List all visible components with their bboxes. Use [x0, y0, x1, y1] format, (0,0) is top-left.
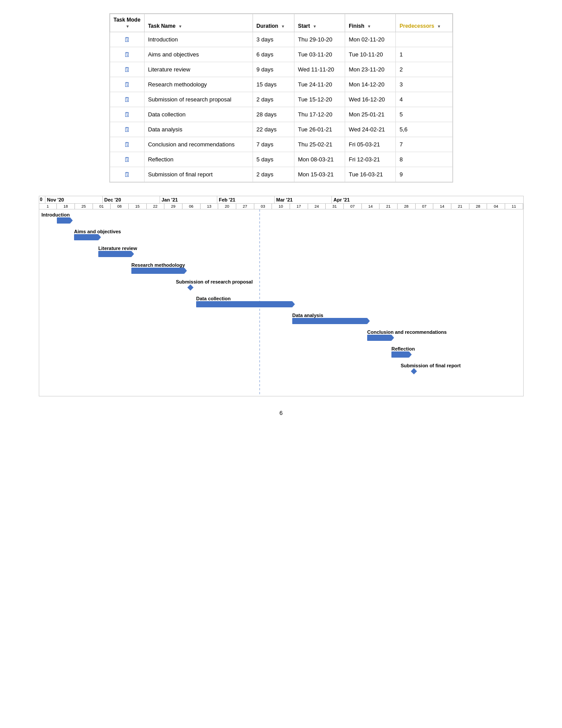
svg-rect-1: [57, 217, 70, 224]
gantt-day-cell: 17: [290, 204, 308, 209]
task-mode-icon: 🗓: [124, 171, 130, 178]
task-mode-cell: 🗓: [110, 167, 144, 182]
svg-marker-5: [98, 234, 101, 240]
start-cell: Tue 24-11-20: [294, 77, 345, 92]
finish-cell: Tue 16-03-21: [345, 167, 396, 182]
task-name-cell: Data analysis: [144, 122, 253, 137]
task-mode-icon: 🗓: [124, 156, 130, 163]
predecessor-cell: 4: [396, 92, 452, 107]
gantt-day-cell: 18: [57, 204, 75, 209]
col-duration: Duration ▼: [253, 14, 294, 32]
gantt-month-dec: Dec '20: [103, 196, 160, 203]
start-cell: Tue 15-12-20: [294, 92, 345, 107]
table-row: 🗓Submission of final report2 daysMon 15-…: [110, 167, 452, 182]
table-row: 🗓Submission of research proposal2 daysTu…: [110, 92, 452, 107]
task-mode-cell: 🗓: [110, 107, 144, 122]
task-mode-cell: 🗓: [110, 152, 144, 167]
task-name-cell: Literature review: [144, 62, 253, 77]
task-mode-cell: 🗓: [110, 137, 144, 152]
task-mode-icon: 🗓: [124, 36, 130, 43]
svg-text:Introduction: Introduction: [41, 212, 70, 217]
task-mode-cell: 🗓: [110, 47, 144, 62]
gantt-day-cell: 01: [93, 204, 111, 209]
task-mode-icon: 🗓: [124, 126, 130, 133]
predecessor-cell: 8: [396, 152, 452, 167]
start-cell: Mon 15-03-21: [294, 167, 345, 182]
gantt-day-cell: 13: [201, 204, 219, 209]
col-predecessors: Predecessors ▼: [396, 14, 452, 32]
finish-cell: Wed 16-12-20: [345, 92, 396, 107]
gantt-day-cell: 31: [326, 204, 344, 209]
task-name-cell: Submission of research proposal: [144, 92, 253, 107]
finish-cell: Mon 02-11-20: [345, 32, 396, 47]
gantt-day-cell: 21: [451, 204, 469, 209]
gantt-day-cell: 25: [75, 204, 93, 209]
task-name-cell: Data collection: [144, 107, 253, 122]
duration-cell: 5 days: [253, 152, 294, 167]
svg-text:Conclusion and recommendations: Conclusion and recommendations: [367, 329, 447, 335]
task-mode-cell: 🗓: [110, 122, 144, 137]
task-mode-icon: 🗓: [124, 66, 130, 73]
start-cell: Mon 08-03-21: [294, 152, 345, 167]
gantt-day-cell: 29: [164, 204, 182, 209]
predecessor-cell: 7: [396, 137, 452, 152]
svg-text:Research methodology: Research methodology: [131, 262, 186, 268]
gantt-day-cell: 15: [129, 204, 147, 209]
svg-marker-25: [409, 351, 412, 358]
svg-text:Literature review: Literature review: [98, 246, 137, 251]
task-name-cell: Aims and objectives: [144, 47, 253, 62]
gantt-month-0: 0: [39, 196, 45, 203]
svg-rect-4: [74, 234, 98, 240]
col-task-name: Task Name ▼: [144, 14, 253, 32]
svg-marker-2: [70, 217, 73, 224]
gantt-day-cell: 07: [416, 204, 434, 209]
finish-cell: Mon 14-12-20: [345, 77, 396, 92]
task-name-cell: Introduction: [144, 32, 253, 47]
svg-text:Reflection: Reflection: [391, 346, 415, 351]
task-mode-cell: 🗓: [110, 32, 144, 47]
predecessor-cell: [396, 32, 452, 47]
gantt-day-cell: 11: [505, 204, 523, 209]
start-cell: Tue 26-01-21: [294, 122, 345, 137]
duration-cell: 9 days: [253, 62, 294, 77]
gantt-month-jan: Jan '21: [160, 196, 217, 203]
predecessor-cell: 1: [396, 47, 452, 62]
duration-cell: 7 days: [253, 137, 294, 152]
gantt-month-feb: Feb '21: [217, 196, 275, 203]
gantt-day-cell: 07: [344, 204, 362, 209]
gantt-month-apr: Apr '21: [332, 196, 389, 203]
col-start: Start ▼: [294, 14, 345, 32]
gantt-day-cell: 28: [469, 204, 488, 209]
gantt-day-cell: 28: [398, 204, 416, 209]
table-row: 🗓Data analysis22 daysTue 26-01-21Wed 24-…: [110, 122, 452, 137]
gantt-day-cell: 21: [380, 204, 398, 209]
task-mode-cell: 🗓: [110, 77, 144, 92]
gantt-day-cell: 24: [308, 204, 326, 209]
svg-marker-16: [292, 301, 295, 307]
gantt-day-cell: 03: [254, 204, 272, 209]
task-name-cell: Reflection: [144, 152, 253, 167]
task-table: Task Mode ▼ Task Name ▼ Duration ▼ Start…: [109, 13, 453, 183]
svg-marker-13: [187, 284, 194, 291]
table-row: 🗓Reflection5 daysMon 08-03-21Fri 12-03-2…: [110, 152, 452, 167]
svg-rect-10: [131, 268, 184, 274]
gantt-day-cell: 08: [111, 204, 129, 209]
gantt-day-cell: 27: [236, 204, 254, 209]
table-row: 🗓Conclusion and recommendations7 daysThu…: [110, 137, 452, 152]
svg-rect-18: [292, 318, 367, 324]
task-mode-icon: 🗓: [124, 81, 130, 88]
svg-marker-19: [367, 318, 370, 324]
table-row: 🗓Introduction3 daysThu 29-10-20Mon 02-11…: [110, 32, 452, 47]
svg-marker-27: [411, 368, 417, 374]
start-cell: Thu 29-10-20: [294, 32, 345, 47]
svg-text:Data collection: Data collection: [196, 296, 231, 301]
predecessor-cell: 5: [396, 107, 452, 122]
gantt-month-nov: Nov '20: [45, 196, 103, 203]
duration-cell: 28 days: [253, 107, 294, 122]
svg-rect-15: [196, 301, 292, 307]
col-finish: Finish ▼: [345, 14, 396, 32]
gantt-month-mar: Mar '21: [275, 196, 332, 203]
finish-cell: Mon 25-01-21: [345, 107, 396, 122]
table-row: 🗓Literature review9 daysWed 11-11-20Mon …: [110, 62, 452, 77]
task-mode-icon: 🗓: [124, 51, 130, 58]
